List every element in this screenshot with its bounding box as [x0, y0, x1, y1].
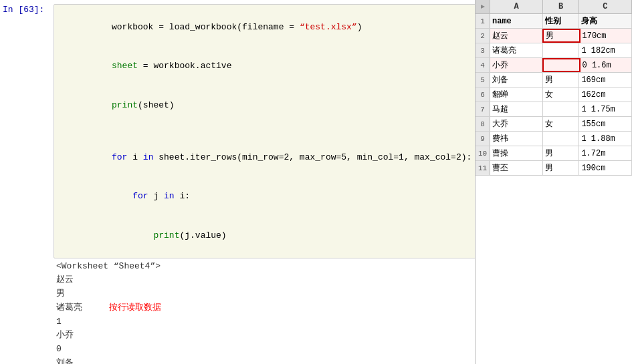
table-row: 2 赵云 男 170cm [476, 29, 632, 43]
code-text: print [153, 230, 179, 240]
cell-4b [542, 58, 581, 72]
output-text: 0 [56, 343, 62, 357]
cell-8a: 大乔 [490, 117, 543, 131]
cell-6a: 貂蝉 [490, 87, 543, 102]
output-line-7: 0 [56, 343, 469, 357]
output-line-6: 小乔 [56, 329, 469, 343]
col-header-c: C [579, 0, 632, 13]
row-number: 10 [476, 146, 490, 160]
code-text: j [148, 191, 164, 201]
cell-7b [543, 102, 580, 116]
output-text: 赵云 [56, 273, 74, 287]
cell-63-input-row: In [63]: workbook = load_workbook(filena… [0, 4, 475, 258]
code-line-3: print(sheet) [60, 85, 471, 125]
code-keyword-for: for [132, 191, 148, 201]
row-number: 11 [476, 161, 490, 175]
row-number: 3 [476, 43, 490, 57]
output-annotation-row: 按行读取数据 [109, 301, 161, 315]
code-text: ) [357, 22, 362, 32]
spreadsheet-panel: A B C 1 name 性别 身高 2 赵云 男 170cm 3 诸葛亮 1 … [475, 0, 632, 364]
notebook-main: In [63]: workbook = load_workbook(filena… [0, 0, 475, 364]
col-header-b: B [543, 0, 578, 13]
code-text: i: [175, 191, 190, 201]
output-line-4: 诸葛亮 按行读取数据 [56, 301, 469, 315]
table-row: 11 曹丕 男 190cm [476, 161, 632, 176]
code-line-4 [60, 125, 471, 138]
cell-3a: 诸葛亮 [490, 43, 543, 57]
table-row: 7 马超 1 1.75m [476, 102, 632, 117]
code-text: i [127, 152, 142, 162]
cell-6b: 女 [543, 87, 580, 102]
output-text: 小乔 [56, 329, 74, 343]
cell-6c: 162cm [579, 87, 632, 102]
cell-2b: 男 [542, 29, 581, 43]
cell-63-label: In [63]: [0, 4, 54, 15]
row-number: 4 [476, 58, 490, 72]
cell-5c: 169cm [579, 73, 632, 87]
svg-marker-0 [481, 5, 485, 9]
code-text: = workbook.active [138, 61, 231, 71]
output-text: 1 [56, 315, 62, 329]
output-text: 男 [56, 287, 65, 301]
output-line-3: 男 [56, 287, 469, 301]
table-row: 3 诸葛亮 1 182cm [476, 43, 632, 58]
column-headers: A B C [476, 0, 632, 14]
code-text: workbook = load_workbook(filename = [112, 22, 300, 32]
row-number: 9 [476, 132, 490, 146]
cell-63-code[interactable]: workbook = load_workbook(filename = “tes… [54, 4, 475, 258]
output-line-8: 刘备 [56, 357, 469, 364]
code-keyword-in: in [143, 152, 154, 162]
cell-4a: 小乔 [490, 58, 542, 72]
cell-3c: 1 182cm [579, 43, 632, 57]
code-keyword-for: for [112, 152, 127, 162]
cell-9c: 1 1.88m [579, 132, 632, 146]
col-header-a: A [490, 0, 543, 13]
row-number: 8 [476, 117, 490, 131]
output-line-1: <Worksheet “Sheet4”> [56, 260, 469, 274]
cell-9a: 费祎 [490, 132, 543, 146]
row-number: 7 [476, 102, 490, 116]
corner-cell [476, 0, 490, 13]
sheet-body: 1 name 性别 身高 2 赵云 男 170cm 3 诸葛亮 1 182cm … [476, 14, 632, 364]
code-indent [112, 191, 132, 201]
table-row: 10 曹操 男 1.72m [476, 146, 632, 161]
table-row: 9 费祎 1 1.88m [476, 132, 632, 146]
code-line-2: sheet = workbook.active [60, 47, 471, 86]
code-indent [112, 230, 153, 240]
table-row: 4 小乔 0 1.6m [476, 58, 632, 73]
code-string: “test.xlsx” [300, 22, 357, 32]
cell-8c: 155cm [579, 117, 632, 131]
code-text: print [112, 100, 138, 110]
table-row: 8 大乔 女 155cm [476, 117, 632, 132]
row-number: 5 [476, 73, 490, 87]
table-row: 6 貂蝉 女 162cm [476, 87, 632, 102]
cell-7a: 马超 [490, 102, 543, 116]
code-text: (j.value) [179, 230, 226, 240]
code-keyword-in: in [164, 191, 175, 201]
cell-8b: 女 [543, 117, 580, 131]
output-text: 诸葛亮 [56, 301, 82, 315]
cell-11c: 190cm [579, 161, 632, 175]
code-line-5: for i in sheet.iter_rows(min_row=2, max_… [60, 138, 471, 177]
cell-1a: name [490, 14, 543, 28]
cell-2a: 赵云 [490, 29, 542, 43]
cell-63: In [63]: workbook = load_workbook(filena… [0, 0, 475, 364]
cell-2c: 170cm [581, 29, 633, 43]
row-number: 2 [476, 29, 490, 43]
code-line-7: print(j.value) [60, 216, 471, 255]
cell-5b: 男 [543, 73, 580, 87]
cell-63-output: <Worksheet “Sheet4”> 赵云 男 诸葛亮 按行读取数据 1 小… [0, 258, 475, 365]
output-line-2: 赵云 [56, 273, 469, 287]
cell-1b: 性别 [543, 14, 580, 28]
cell-1c: 身高 [579, 14, 632, 28]
cell-10b: 男 [543, 146, 580, 160]
cell-10a: 曹操 [490, 146, 543, 160]
cell-11a: 曹丕 [490, 161, 543, 175]
row-number: 6 [476, 87, 490, 102]
output-text: <Worksheet “Sheet4”> [56, 260, 161, 274]
cell-3b [543, 43, 580, 57]
code-text: sheet.iter_rows(min_row=2, max_row=5, mi… [153, 152, 471, 162]
code-text: sheet [112, 61, 138, 71]
cell-10c: 1.72m [579, 146, 632, 160]
code-text: (sheet) [138, 100, 175, 110]
